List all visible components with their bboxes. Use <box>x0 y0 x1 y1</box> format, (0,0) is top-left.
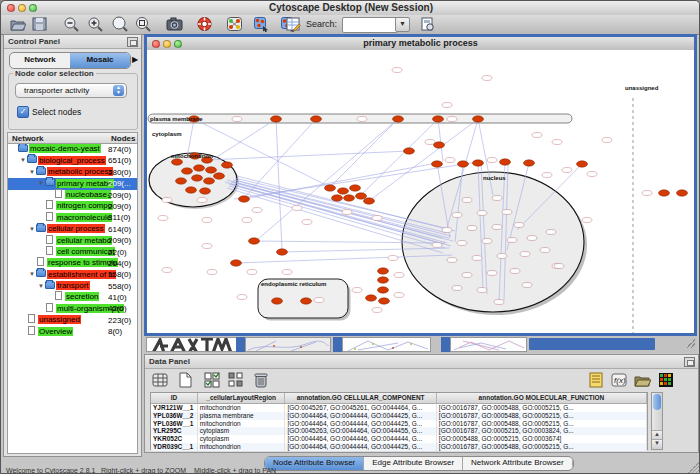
tree-expand-icon[interactable]: ▼ <box>29 226 36 232</box>
network-node-small[interactable] <box>510 269 520 274</box>
search-input[interactable] <box>342 17 398 33</box>
search-dropdown-icon[interactable]: ▼ <box>395 17 410 32</box>
table-scrollbar[interactable]: ▲ ▼ <box>651 392 663 450</box>
network-node-small[interactable] <box>388 256 398 261</box>
network-tree-item[interactable]: nucleobase-209(0) <box>8 190 137 201</box>
network-node-small[interactable] <box>487 271 497 276</box>
network-node-small[interactable] <box>477 211 487 216</box>
network-node[interactable] <box>659 190 670 196</box>
attribute-table[interactable]: ID_cellularLayoutRegionannotation.GO CEL… <box>150 392 648 450</box>
network-node-small[interactable] <box>232 117 242 122</box>
network-node-small[interactable] <box>314 298 324 303</box>
import-attributes-icon[interactable] <box>633 371 651 389</box>
network-tree-item[interactable]: ▼transport558(0) <box>8 281 137 292</box>
table-row[interactable]: YJR121W__1mitochondrion[GO:0045267, GO:0… <box>151 404 647 412</box>
network-node-small[interactable] <box>497 254 507 259</box>
tree-expand-icon[interactable]: ▼ <box>20 157 27 163</box>
scrollbar-thumb[interactable] <box>653 394 661 410</box>
tree-expand-icon[interactable]: ▼ <box>38 283 45 289</box>
network-node-small[interactable] <box>520 252 530 257</box>
network-node-small[interactable] <box>552 140 562 145</box>
network-node-small[interactable] <box>507 238 517 243</box>
network-node-small[interactable] <box>522 283 532 288</box>
network-node[interactable] <box>434 142 445 148</box>
network-node-small[interactable] <box>447 258 457 263</box>
new-attribute-icon[interactable] <box>176 371 194 389</box>
network-node-small[interactable] <box>514 223 524 228</box>
network-node-small[interactable] <box>532 133 542 138</box>
tab-overflow-arrow-icon[interactable]: ▶ <box>132 55 138 64</box>
background-frame-border[interactable] <box>236 337 245 352</box>
network-node[interactable] <box>393 116 404 122</box>
table-column-header[interactable]: _cellularLayoutRegion <box>198 393 286 403</box>
network-node[interactable] <box>356 193 367 199</box>
network-node[interactable] <box>200 188 211 194</box>
network-node-small[interactable] <box>162 198 172 203</box>
network-node-small[interactable] <box>202 244 212 249</box>
network-node[interactable] <box>222 162 233 168</box>
plugin-icon[interactable] <box>419 16 436 32</box>
table-column-header[interactable]: annotation.GO CELLULAR_COMPONENT <box>285 393 436 403</box>
window-resize-grip[interactable] <box>688 461 700 473</box>
table-row[interactable]: YPL036W__1mitochondrion[GO:0044464, GO:0… <box>151 420 647 428</box>
network-node[interactable] <box>366 295 377 301</box>
network-node[interactable] <box>231 260 242 266</box>
network-edge[interactable] <box>361 119 438 195</box>
network-node-small[interactable] <box>392 68 402 73</box>
network-node-small[interactable] <box>158 216 168 221</box>
network-tree-item[interactable]: cell communicat22(0) <box>8 247 137 258</box>
network-tree-item[interactable]: ▼biological_process651(0) <box>8 155 137 166</box>
network-tree-item[interactable]: ▼primary metabo209(... <box>8 178 137 189</box>
zoom-selected-icon[interactable] <box>111 16 128 32</box>
network-node-small[interactable] <box>394 273 404 278</box>
network-tree-item[interactable]: ▼cellular process614(0) <box>8 224 137 235</box>
network-node-small[interactable] <box>467 226 477 231</box>
zoom-fit-icon[interactable] <box>135 16 152 32</box>
table-column-header[interactable]: ID <box>151 393 198 403</box>
network-node[interactable] <box>473 160 484 166</box>
tree-header[interactable]: Network Nodes <box>7 132 138 144</box>
network-node-small[interactable] <box>492 225 502 230</box>
zoom-in-icon[interactable] <box>87 16 104 32</box>
formula-builder-icon[interactable]: f(x) <box>610 371 628 389</box>
network-node-small[interactable] <box>425 140 435 145</box>
network-node-small[interactable] <box>352 288 362 293</box>
network-node-small[interactable] <box>457 241 467 246</box>
network-node-small[interactable] <box>282 270 292 275</box>
network-edge[interactable] <box>207 151 409 160</box>
network-edge[interactable] <box>276 119 282 250</box>
network-node-small[interactable] <box>252 208 262 213</box>
network-node[interactable] <box>271 116 282 122</box>
network-node[interactable] <box>311 116 322 122</box>
background-frame-thumbnail[interactable] <box>146 337 238 352</box>
network-node[interactable] <box>378 277 389 283</box>
network-node-small[interactable] <box>482 239 492 244</box>
network-node-small[interactable] <box>442 103 452 108</box>
network-node[interactable] <box>677 190 688 196</box>
network-edge[interactable] <box>438 119 443 162</box>
network-node-small[interactable] <box>197 198 207 203</box>
network-node-small[interactable] <box>642 191 652 196</box>
network-tree-item[interactable]: nitrogen compo209(0) <box>8 201 137 212</box>
network-node-small[interactable] <box>562 168 572 173</box>
network-tree-item[interactable]: secretion41(0) <box>8 292 137 303</box>
network-tree-item[interactable]: response to stimulu264(0) <box>8 258 137 269</box>
delete-attribute-icon[interactable] <box>252 371 270 389</box>
float-panel-icon[interactable] <box>127 37 138 47</box>
network-node-small[interactable] <box>442 228 452 233</box>
network-node-small[interactable] <box>247 270 257 275</box>
network-node[interactable] <box>176 178 187 184</box>
network-node-small[interactable] <box>372 216 382 221</box>
network-node[interactable] <box>172 159 183 165</box>
network-node-small[interactable] <box>237 295 247 300</box>
network-node[interactable] <box>249 238 260 244</box>
network-tree-item[interactable]: multi-organism pro42(0) <box>8 303 137 314</box>
table-row[interactable]: YKR052Ccytoplasm[GO:0044464, GO:0044446,… <box>151 435 647 443</box>
network-node-small[interactable] <box>492 196 502 201</box>
network-node-small[interactable] <box>372 308 382 313</box>
network-node[interactable] <box>192 175 203 181</box>
network-node[interactable] <box>577 161 588 167</box>
network-node-small[interactable] <box>202 218 212 223</box>
network-node[interactable] <box>325 185 336 191</box>
network-node-small[interactable] <box>452 213 462 218</box>
